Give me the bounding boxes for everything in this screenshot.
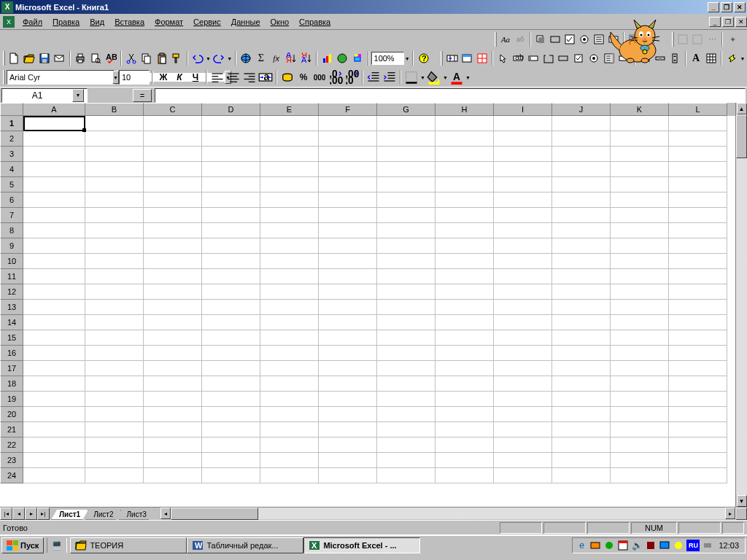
cell[interactable]	[377, 330, 436, 346]
cell[interactable]	[611, 284, 669, 300]
tray-volume-icon[interactable]: 🔊	[631, 540, 643, 551]
wizard-icon[interactable]: ✦	[725, 32, 740, 47]
cell[interactable]	[377, 300, 436, 315]
option-icon[interactable]	[587, 50, 602, 66]
tray-app-icon[interactable]	[673, 540, 684, 551]
cell[interactable]	[377, 284, 436, 300]
tray-planner-icon[interactable]	[617, 540, 629, 551]
drawing-icon[interactable]	[350, 50, 365, 66]
cell[interactable]	[377, 269, 436, 284]
cell[interactable]	[260, 284, 319, 300]
cell[interactable]	[377, 131, 436, 147]
cell[interactable]	[669, 392, 727, 407]
font-small-icon[interactable]: аб	[513, 32, 527, 47]
cell[interactable]	[611, 131, 669, 147]
groupbox-icon[interactable]	[541, 50, 556, 66]
equals-button[interactable]: =	[133, 89, 152, 102]
cell[interactable]	[436, 223, 494, 238]
cell[interactable]	[23, 361, 85, 376]
cell[interactable]	[377, 453, 436, 468]
cell[interactable]	[436, 392, 494, 407]
column-header[interactable]: I	[494, 103, 552, 116]
cell[interactable]	[436, 346, 494, 361]
cell[interactable]	[202, 376, 260, 392]
cell[interactable]	[319, 361, 377, 376]
cell[interactable]	[669, 407, 727, 422]
row-header[interactable]: 19	[0, 392, 23, 407]
cell[interactable]	[260, 192, 319, 208]
toolbar-handle[interactable]	[3, 51, 5, 66]
ungroup-icon[interactable]	[641, 32, 656, 47]
column-header[interactable]: C	[144, 103, 202, 116]
checkbox-icon[interactable]	[562, 32, 577, 47]
tray-app-icon[interactable]	[603, 540, 615, 551]
cell[interactable]	[202, 177, 260, 192]
cell[interactable]	[494, 223, 552, 238]
row-header[interactable]: 9	[0, 238, 23, 254]
print-preview-icon[interactable]	[88, 50, 103, 66]
cell[interactable]	[202, 468, 260, 483]
cell[interactable]	[319, 238, 377, 254]
align-center-icon[interactable]	[225, 69, 241, 85]
cell[interactable]	[552, 468, 611, 483]
cell[interactable]	[611, 254, 669, 269]
cell[interactable]	[260, 223, 319, 238]
cell[interactable]	[611, 376, 669, 392]
cell[interactable]	[319, 131, 377, 147]
sheet-tab-3[interactable]: Лист3	[118, 510, 154, 520]
borders-icon[interactable]	[403, 69, 419, 85]
cell[interactable]	[260, 177, 319, 192]
doc-close-button[interactable]: ✕	[735, 17, 747, 27]
cell[interactable]	[377, 238, 436, 254]
toolbar-handle[interactable]	[495, 32, 497, 47]
quick-launch-icon[interactable]: 🖥️	[50, 538, 64, 553]
cell[interactable]	[552, 177, 611, 192]
map-icon[interactable]	[335, 50, 350, 66]
cell[interactable]	[144, 315, 202, 330]
cell[interactable]	[552, 346, 611, 361]
hscroll-thumb[interactable]	[171, 508, 258, 520]
cell[interactable]	[23, 116, 85, 131]
cell[interactable]	[144, 361, 202, 376]
checkbox2-icon[interactable]	[571, 50, 587, 66]
cell[interactable]	[611, 407, 669, 422]
group-icon[interactable]	[627, 32, 641, 47]
cell[interactable]	[436, 361, 494, 376]
format-painter-icon[interactable]	[169, 50, 185, 66]
cell[interactable]	[260, 208, 319, 223]
cell[interactable]	[23, 223, 85, 238]
cell[interactable]	[436, 162, 494, 177]
cell[interactable]	[23, 300, 85, 315]
help-icon[interactable]: ?	[416, 50, 431, 66]
radio-icon[interactable]	[577, 32, 592, 47]
cell[interactable]	[436, 407, 494, 422]
row-header[interactable]: 3	[0, 147, 23, 162]
cell[interactable]	[202, 147, 260, 162]
cell[interactable]	[611, 269, 669, 284]
cell[interactable]	[202, 438, 260, 453]
cell[interactable]	[85, 116, 144, 131]
cell[interactable]	[436, 208, 494, 223]
chart-icon[interactable]	[320, 50, 335, 66]
cell[interactable]	[85, 254, 144, 269]
cell[interactable]	[377, 438, 436, 453]
cell[interactable]	[377, 361, 436, 376]
menu-format[interactable]: Формат	[150, 15, 188, 28]
combo2-icon[interactable]	[616, 50, 632, 66]
cell[interactable]	[319, 330, 377, 346]
row-header[interactable]: 14	[0, 315, 23, 330]
cell[interactable]	[377, 116, 436, 131]
cell-reference[interactable]	[2, 90, 72, 101]
cell[interactable]	[494, 238, 552, 254]
cell[interactable]	[260, 468, 319, 483]
cell[interactable]	[202, 300, 260, 315]
cell[interactable]	[202, 269, 260, 284]
cell[interactable]	[23, 422, 85, 438]
cell[interactable]	[319, 468, 377, 483]
cell[interactable]	[144, 284, 202, 300]
cell[interactable]	[552, 438, 611, 453]
cell[interactable]	[23, 330, 85, 346]
doc-minimize-button[interactable]: _	[709, 17, 721, 27]
cell[interactable]	[319, 346, 377, 361]
cell[interactable]	[202, 208, 260, 223]
